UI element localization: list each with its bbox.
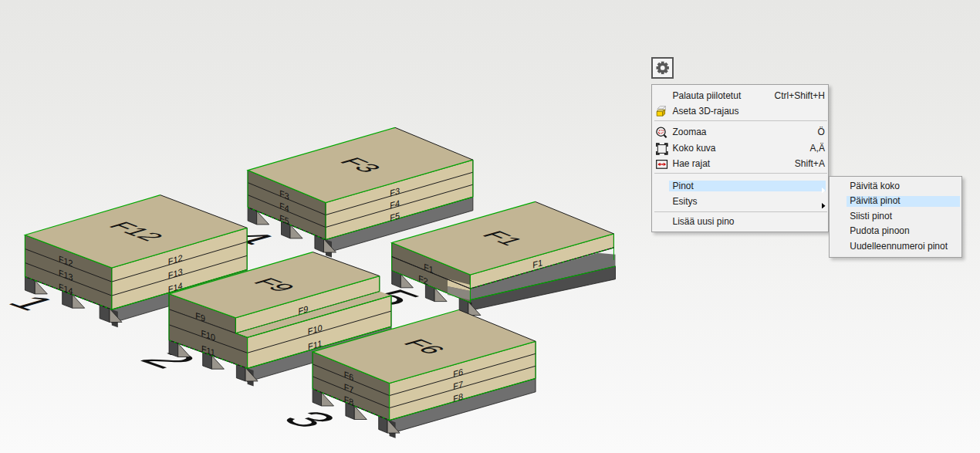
svg-text:1: 1 <box>0 292 68 313</box>
svg-text:3: 3 <box>269 407 351 432</box>
